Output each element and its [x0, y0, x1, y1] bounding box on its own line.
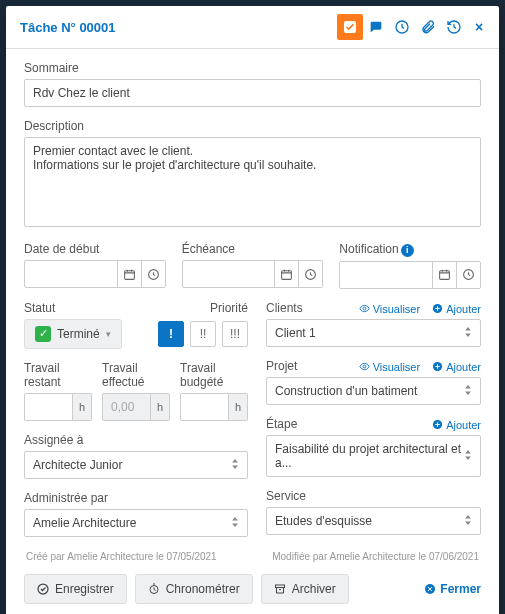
svg-rect-2	[124, 270, 134, 279]
work-budget-unit: h	[229, 393, 248, 421]
clients-add-link[interactable]: Ajouter	[432, 303, 481, 315]
status-label: Statut	[24, 301, 55, 315]
work-budget-input[interactable]	[180, 393, 229, 421]
service-label: Service	[266, 489, 481, 503]
priority-3[interactable]: !!!	[222, 321, 248, 347]
save-button[interactable]: Enregistrer	[24, 574, 127, 604]
clients-view-link[interactable]: Visualiser	[359, 303, 421, 315]
admin-label: Administrée par	[24, 491, 248, 505]
modified-meta: Modifiée par Amelie Architecture le 07/0…	[272, 551, 479, 562]
summary-label: Sommaire	[24, 61, 481, 75]
header-toolbar: ×	[337, 14, 489, 40]
priority-label: Priorité	[210, 301, 248, 315]
close-icon[interactable]: ×	[467, 19, 489, 35]
info-icon[interactable]: i	[401, 244, 414, 257]
project-view-link[interactable]: Visualiser	[359, 361, 421, 373]
assignee-select[interactable]: Architecte Junior	[24, 451, 248, 479]
priority-group: ! !! !!!	[158, 321, 248, 347]
task-modal: Tâche N° 00001 × Sommaire Desc	[6, 6, 499, 614]
tab-details-icon[interactable]	[337, 14, 363, 40]
step-add-link[interactable]: Ajouter	[432, 419, 481, 431]
status-value: Terminé	[57, 327, 100, 341]
project-select[interactable]: Construction d'un batiment	[266, 377, 481, 405]
work-remaining-input[interactable]	[24, 393, 73, 421]
time-icon[interactable]	[389, 14, 415, 40]
chevron-down-icon: ▾	[106, 329, 111, 339]
svg-rect-4	[282, 270, 292, 279]
comments-icon[interactable]	[363, 14, 389, 40]
start-date-calendar-icon[interactable]	[117, 261, 141, 287]
close-button[interactable]: Fermer	[424, 582, 481, 596]
work-done-label: Travail effectué	[102, 361, 170, 389]
project-add-link[interactable]: Ajouter	[432, 361, 481, 373]
svg-rect-15	[275, 585, 284, 588]
work-budget-label: Travail budgété	[180, 361, 248, 389]
step-label: Étape	[266, 417, 297, 431]
created-meta: Créé par Amelie Architecture le 07/05/20…	[26, 551, 217, 562]
clients-select[interactable]: Client 1	[266, 319, 481, 347]
step-select[interactable]: Faisabilité du projet architectural et a…	[266, 435, 481, 477]
assignee-label: Assignée à	[24, 433, 248, 447]
svg-point-10	[363, 365, 366, 368]
due-date-label: Échéance	[182, 242, 324, 256]
admin-select[interactable]: Amelie Architecture	[24, 509, 248, 537]
description-textarea[interactable]: Premier contact avec le client. Informat…	[24, 137, 481, 227]
work-done-input	[102, 393, 151, 421]
timer-button[interactable]: Chronométrer	[135, 574, 253, 604]
priority-1[interactable]: !	[158, 321, 184, 347]
status-dropdown[interactable]: ✓ Terminé ▾	[24, 319, 122, 349]
clients-label: Clients	[266, 301, 303, 315]
work-done-unit: h	[151, 393, 170, 421]
archive-button[interactable]: Archiver	[261, 574, 349, 604]
notif-date-calendar-icon[interactable]	[432, 262, 456, 288]
start-date-clock-icon[interactable]	[141, 261, 165, 287]
project-label: Projet	[266, 359, 297, 373]
modal-header: Tâche N° 00001 ×	[6, 6, 499, 49]
svg-rect-6	[440, 271, 450, 280]
service-select[interactable]: Etudes d'esquisse	[266, 507, 481, 535]
work-remaining-unit: h	[73, 393, 92, 421]
notif-date-clock-icon[interactable]	[456, 262, 480, 288]
due-date-calendar-icon[interactable]	[274, 261, 298, 287]
check-icon: ✓	[35, 326, 51, 342]
notif-date-label: Notificationi	[339, 242, 481, 257]
start-date-label: Date de début	[24, 242, 166, 256]
due-date-clock-icon[interactable]	[298, 261, 322, 287]
description-label: Description	[24, 119, 481, 133]
history-icon[interactable]	[441, 14, 467, 40]
priority-2[interactable]: !!	[190, 321, 216, 347]
svg-point-8	[363, 307, 366, 310]
summary-input[interactable]	[24, 79, 481, 107]
modal-title: Tâche N° 00001	[20, 20, 116, 35]
work-remaining-label: Travail restant	[24, 361, 92, 389]
attachment-icon[interactable]	[415, 14, 441, 40]
svg-point-13	[38, 584, 48, 594]
